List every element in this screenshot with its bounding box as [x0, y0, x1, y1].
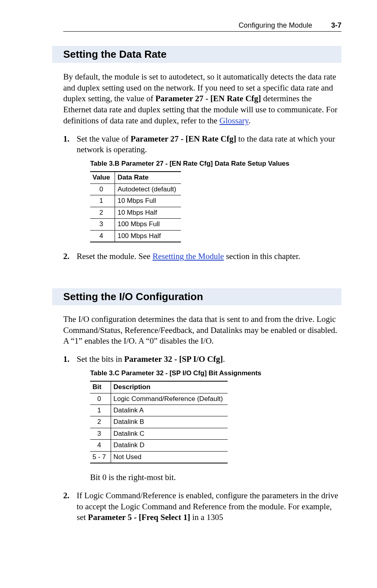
table-row: 2Datalink B [90, 416, 228, 428]
running-head-title: Configuring the Module [239, 21, 312, 30]
text: Set the bits in [77, 354, 124, 364]
cell-desc: Autodetect (default) [115, 183, 181, 195]
cell-bit: 1 [90, 405, 111, 416]
cell-value: 2 [90, 207, 115, 218]
text: . [249, 116, 251, 125]
table-3c-caption: Table 3.C Parameter 32 - [SP I/O Cfg] Bi… [90, 369, 341, 378]
cell-desc: 10 Mbps Full [115, 195, 181, 207]
param-27-name: Parameter 27 - [EN Rate Cfg] [130, 134, 236, 144]
section1-steps: 1. Set the value of Parameter 27 - [EN R… [63, 134, 341, 262]
param-32-name: Parameter 32 - [SP I/O Cfg] [124, 354, 223, 364]
col-header-bit: Bit [90, 381, 111, 393]
step-number: 2. [63, 251, 70, 262]
col-header-value: Value [90, 172, 115, 183]
cell-value: 1 [90, 195, 115, 207]
section2-step-1: 1. Set the bits in Parameter 32 - [SP I/… [63, 354, 341, 483]
text: in a 1305 [190, 512, 223, 522]
text: Set the value of [77, 134, 130, 144]
col-header-description: Description [111, 381, 228, 393]
text: . [223, 354, 225, 364]
cell-desc: 100 Mbps Half [115, 230, 181, 242]
param-27-name: Parameter 27 - [EN Rate Cfg] [155, 94, 261, 103]
resetting-module-link[interactable]: Resetting the Module [153, 251, 224, 261]
section2-intro: The I/O configuration determines the dat… [63, 314, 341, 347]
section-heading-data-rate: Setting the Data Rate [52, 46, 341, 63]
cell-bit: 3 [90, 428, 111, 439]
table-row: 210 Mbps Half [90, 207, 181, 218]
table-row: 110 Mbps Full [90, 195, 181, 207]
table-row: 0Logic Command/Reference (Default) [90, 393, 228, 405]
table-row: 1Datalink A [90, 405, 228, 416]
section1-step-2: 2. Reset the module. See Resetting the M… [63, 251, 341, 262]
table-row: 3100 Mbps Full [90, 219, 181, 230]
running-head: Configuring the Module 3-7 [63, 21, 341, 30]
cell-bit: 2 [90, 416, 111, 428]
table-row: 4Datalink D [90, 440, 228, 451]
cell-value: 4 [90, 230, 115, 242]
section-heading-io-config: Setting the I/O Configuration [52, 288, 341, 305]
cell-desc: 10 Mbps Half [115, 207, 181, 218]
table-row: 4100 Mbps Half [90, 230, 181, 242]
param-5-name: Parameter 5 - [Freq Select 1] [88, 512, 190, 522]
section2-steps: 1. Set the bits in Parameter 32 - [SP I/… [63, 354, 341, 523]
cell-desc: Datalink B [111, 416, 228, 428]
table-row: 3Datalink C [90, 428, 228, 439]
step-number: 2. [63, 490, 70, 501]
cell-bit: 4 [90, 440, 111, 451]
section1-intro: By default, the module is set to autodet… [63, 72, 341, 127]
cell-desc: Logic Command/Reference (Default) [111, 393, 228, 405]
cell-desc: Not Used [111, 451, 228, 463]
cell-bit: 5 - 7 [90, 451, 111, 463]
table-3b-caption: Table 3.B Parameter 27 - [EN Rate Cfg] D… [90, 159, 341, 168]
cell-desc: Datalink C [111, 428, 228, 439]
glossary-link[interactable]: Glossary [219, 116, 248, 125]
table-3c: Bit Description 0Logic Command/Reference… [90, 381, 228, 463]
section2-step-2: 2. If Logic Command/Reference is enabled… [63, 490, 341, 523]
cell-desc: Datalink D [111, 440, 228, 451]
table-header-row: Value Data Rate [90, 172, 181, 183]
cell-value: 0 [90, 183, 115, 195]
page: Configuring the Module 3-7 Setting the D… [0, 0, 377, 554]
table-3b: Value Data Rate 0Autodetect (default) 11… [90, 171, 181, 242]
cell-bit: 0 [90, 393, 111, 405]
step-number: 1. [63, 354, 70, 365]
section1-step-1: 1. Set the value of Parameter 27 - [EN R… [63, 134, 341, 243]
running-head-page: 3-7 [331, 21, 341, 30]
header-rule [63, 31, 341, 32]
col-header-data-rate: Data Rate [115, 172, 181, 183]
table-row: 0Autodetect (default) [90, 183, 181, 195]
cell-desc: Datalink A [111, 405, 228, 416]
table-row: 5 - 7Not Used [90, 451, 228, 463]
text: Reset the module. See [77, 251, 153, 261]
cell-value: 3 [90, 219, 115, 230]
bit0-note: Bit 0 is the right-most bit. [90, 472, 341, 483]
step-number: 1. [63, 134, 70, 145]
table-header-row: Bit Description [90, 381, 228, 393]
cell-desc: 100 Mbps Full [115, 219, 181, 230]
text: section in this chapter. [224, 251, 300, 261]
